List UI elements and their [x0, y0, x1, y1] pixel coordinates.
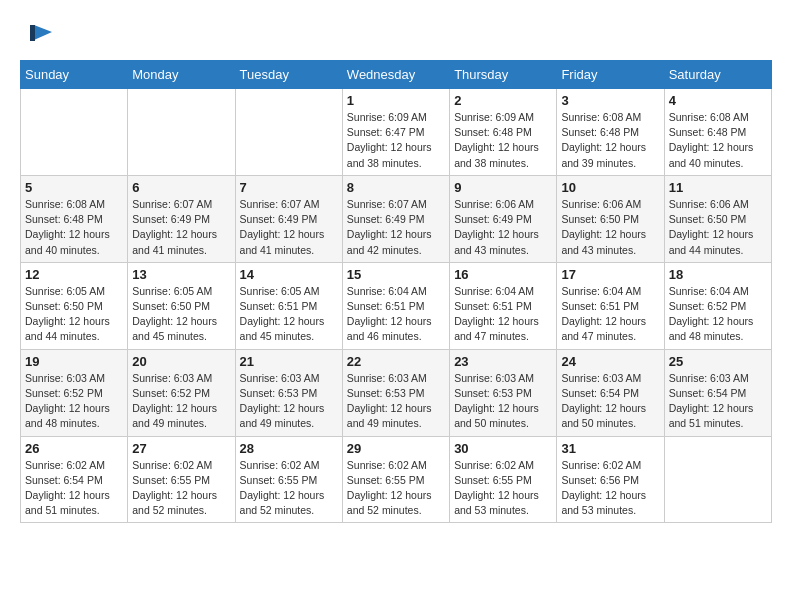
day-info: Sunrise: 6:09 AMSunset: 6:48 PMDaylight:…	[454, 110, 552, 171]
day-info: Sunrise: 6:02 AMSunset: 6:55 PMDaylight:…	[132, 458, 230, 519]
day-number: 24	[561, 354, 659, 369]
day-info: Sunrise: 6:06 AMSunset: 6:50 PMDaylight:…	[669, 197, 767, 258]
calendar-cell: 7Sunrise: 6:07 AMSunset: 6:49 PMDaylight…	[235, 175, 342, 262]
day-number: 22	[347, 354, 445, 369]
day-info: Sunrise: 6:03 AMSunset: 6:53 PMDaylight:…	[347, 371, 445, 432]
day-info: Sunrise: 6:03 AMSunset: 6:54 PMDaylight:…	[669, 371, 767, 432]
calendar-cell: 6Sunrise: 6:07 AMSunset: 6:49 PMDaylight…	[128, 175, 235, 262]
calendar-cell: 27Sunrise: 6:02 AMSunset: 6:55 PMDayligh…	[128, 436, 235, 523]
logo-icon	[24, 20, 54, 50]
day-number: 1	[347, 93, 445, 108]
logo	[20, 20, 54, 50]
day-number: 31	[561, 441, 659, 456]
calendar-cell: 19Sunrise: 6:03 AMSunset: 6:52 PMDayligh…	[21, 349, 128, 436]
calendar-cell: 14Sunrise: 6:05 AMSunset: 6:51 PMDayligh…	[235, 262, 342, 349]
calendar-cell: 30Sunrise: 6:02 AMSunset: 6:55 PMDayligh…	[450, 436, 557, 523]
calendar-cell: 8Sunrise: 6:07 AMSunset: 6:49 PMDaylight…	[342, 175, 449, 262]
calendar-cell: 10Sunrise: 6:06 AMSunset: 6:50 PMDayligh…	[557, 175, 664, 262]
day-number: 8	[347, 180, 445, 195]
day-info: Sunrise: 6:03 AMSunset: 6:52 PMDaylight:…	[132, 371, 230, 432]
calendar-cell: 23Sunrise: 6:03 AMSunset: 6:53 PMDayligh…	[450, 349, 557, 436]
day-info: Sunrise: 6:07 AMSunset: 6:49 PMDaylight:…	[240, 197, 338, 258]
day-number: 29	[347, 441, 445, 456]
day-info: Sunrise: 6:02 AMSunset: 6:56 PMDaylight:…	[561, 458, 659, 519]
day-number: 11	[669, 180, 767, 195]
day-number: 10	[561, 180, 659, 195]
day-number: 9	[454, 180, 552, 195]
page-header	[20, 20, 772, 50]
calendar-cell: 22Sunrise: 6:03 AMSunset: 6:53 PMDayligh…	[342, 349, 449, 436]
day-number: 21	[240, 354, 338, 369]
day-number: 12	[25, 267, 123, 282]
svg-marker-0	[34, 25, 52, 40]
weekday-row: SundayMondayTuesdayWednesdayThursdayFrid…	[21, 61, 772, 89]
day-info: Sunrise: 6:05 AMSunset: 6:50 PMDaylight:…	[25, 284, 123, 345]
day-number: 17	[561, 267, 659, 282]
day-number: 7	[240, 180, 338, 195]
day-number: 16	[454, 267, 552, 282]
day-info: Sunrise: 6:09 AMSunset: 6:47 PMDaylight:…	[347, 110, 445, 171]
day-number: 18	[669, 267, 767, 282]
day-info: Sunrise: 6:05 AMSunset: 6:51 PMDaylight:…	[240, 284, 338, 345]
calendar-cell	[664, 436, 771, 523]
calendar-cell: 26Sunrise: 6:02 AMSunset: 6:54 PMDayligh…	[21, 436, 128, 523]
calendar-cell: 1Sunrise: 6:09 AMSunset: 6:47 PMDaylight…	[342, 89, 449, 176]
calendar-cell: 12Sunrise: 6:05 AMSunset: 6:50 PMDayligh…	[21, 262, 128, 349]
day-number: 25	[669, 354, 767, 369]
day-number: 14	[240, 267, 338, 282]
day-info: Sunrise: 6:08 AMSunset: 6:48 PMDaylight:…	[561, 110, 659, 171]
calendar-table: SundayMondayTuesdayWednesdayThursdayFrid…	[20, 60, 772, 523]
day-number: 26	[25, 441, 123, 456]
day-info: Sunrise: 6:08 AMSunset: 6:48 PMDaylight:…	[669, 110, 767, 171]
calendar-cell: 31Sunrise: 6:02 AMSunset: 6:56 PMDayligh…	[557, 436, 664, 523]
weekday-header: Thursday	[450, 61, 557, 89]
day-info: Sunrise: 6:03 AMSunset: 6:54 PMDaylight:…	[561, 371, 659, 432]
calendar-cell: 24Sunrise: 6:03 AMSunset: 6:54 PMDayligh…	[557, 349, 664, 436]
weekday-header: Tuesday	[235, 61, 342, 89]
weekday-header: Saturday	[664, 61, 771, 89]
calendar-cell: 11Sunrise: 6:06 AMSunset: 6:50 PMDayligh…	[664, 175, 771, 262]
day-number: 2	[454, 93, 552, 108]
day-info: Sunrise: 6:04 AMSunset: 6:52 PMDaylight:…	[669, 284, 767, 345]
calendar-week-row: 19Sunrise: 6:03 AMSunset: 6:52 PMDayligh…	[21, 349, 772, 436]
day-info: Sunrise: 6:04 AMSunset: 6:51 PMDaylight:…	[347, 284, 445, 345]
calendar-body: 1Sunrise: 6:09 AMSunset: 6:47 PMDaylight…	[21, 89, 772, 523]
calendar-cell	[128, 89, 235, 176]
weekday-header: Monday	[128, 61, 235, 89]
day-number: 30	[454, 441, 552, 456]
day-number: 27	[132, 441, 230, 456]
day-number: 6	[132, 180, 230, 195]
calendar-week-row: 1Sunrise: 6:09 AMSunset: 6:47 PMDaylight…	[21, 89, 772, 176]
calendar-header: SundayMondayTuesdayWednesdayThursdayFrid…	[21, 61, 772, 89]
calendar-cell	[21, 89, 128, 176]
calendar-cell: 29Sunrise: 6:02 AMSunset: 6:55 PMDayligh…	[342, 436, 449, 523]
calendar-week-row: 12Sunrise: 6:05 AMSunset: 6:50 PMDayligh…	[21, 262, 772, 349]
day-info: Sunrise: 6:06 AMSunset: 6:50 PMDaylight:…	[561, 197, 659, 258]
day-info: Sunrise: 6:05 AMSunset: 6:50 PMDaylight:…	[132, 284, 230, 345]
calendar-cell: 5Sunrise: 6:08 AMSunset: 6:48 PMDaylight…	[21, 175, 128, 262]
day-info: Sunrise: 6:02 AMSunset: 6:55 PMDaylight:…	[454, 458, 552, 519]
day-info: Sunrise: 6:03 AMSunset: 6:53 PMDaylight:…	[240, 371, 338, 432]
day-info: Sunrise: 6:04 AMSunset: 6:51 PMDaylight:…	[561, 284, 659, 345]
day-info: Sunrise: 6:07 AMSunset: 6:49 PMDaylight:…	[132, 197, 230, 258]
calendar-cell: 21Sunrise: 6:03 AMSunset: 6:53 PMDayligh…	[235, 349, 342, 436]
day-info: Sunrise: 6:02 AMSunset: 6:54 PMDaylight:…	[25, 458, 123, 519]
day-number: 13	[132, 267, 230, 282]
calendar-cell: 15Sunrise: 6:04 AMSunset: 6:51 PMDayligh…	[342, 262, 449, 349]
calendar-cell: 28Sunrise: 6:02 AMSunset: 6:55 PMDayligh…	[235, 436, 342, 523]
calendar-cell	[235, 89, 342, 176]
day-info: Sunrise: 6:04 AMSunset: 6:51 PMDaylight:…	[454, 284, 552, 345]
day-number: 23	[454, 354, 552, 369]
calendar-cell: 9Sunrise: 6:06 AMSunset: 6:49 PMDaylight…	[450, 175, 557, 262]
calendar-cell: 17Sunrise: 6:04 AMSunset: 6:51 PMDayligh…	[557, 262, 664, 349]
calendar-cell: 16Sunrise: 6:04 AMSunset: 6:51 PMDayligh…	[450, 262, 557, 349]
weekday-header: Friday	[557, 61, 664, 89]
calendar-cell: 13Sunrise: 6:05 AMSunset: 6:50 PMDayligh…	[128, 262, 235, 349]
calendar-cell: 20Sunrise: 6:03 AMSunset: 6:52 PMDayligh…	[128, 349, 235, 436]
weekday-header: Wednesday	[342, 61, 449, 89]
calendar-cell: 25Sunrise: 6:03 AMSunset: 6:54 PMDayligh…	[664, 349, 771, 436]
day-number: 28	[240, 441, 338, 456]
day-number: 19	[25, 354, 123, 369]
day-info: Sunrise: 6:08 AMSunset: 6:48 PMDaylight:…	[25, 197, 123, 258]
calendar-week-row: 26Sunrise: 6:02 AMSunset: 6:54 PMDayligh…	[21, 436, 772, 523]
